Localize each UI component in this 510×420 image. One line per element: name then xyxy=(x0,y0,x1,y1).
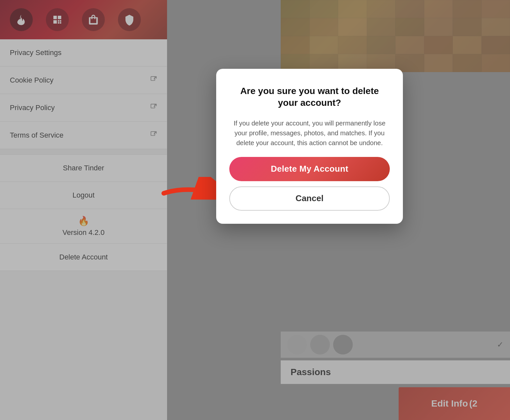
cancel-button[interactable]: Cancel xyxy=(229,186,390,211)
modal-body: If you delete your account, you will per… xyxy=(229,118,390,148)
delete-my-account-button[interactable]: Delete My Account xyxy=(229,157,390,181)
modal-button-group: Delete My Account Cancel xyxy=(229,157,390,211)
delete-account-modal: Are you sure you want to delete your acc… xyxy=(216,69,403,224)
modal-title: Are you sure you want to delete your acc… xyxy=(229,85,390,109)
